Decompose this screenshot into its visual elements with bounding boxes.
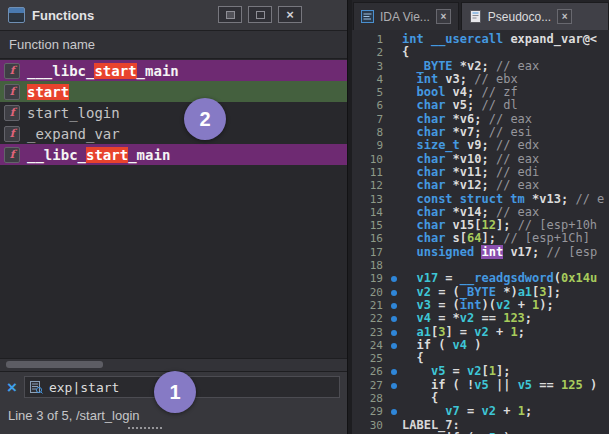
- address-dot-icon: [385, 405, 402, 418]
- code-line[interactable]: 29 v7 = v2 + 1;: [352, 405, 609, 418]
- dot-slot: [385, 419, 402, 432]
- line-number: 8: [352, 126, 385, 139]
- code-line[interactable]: 7 char *v6; // eax: [352, 113, 609, 126]
- function-row[interactable]: f___libc_start_main: [0, 60, 347, 81]
- function-icon: f: [4, 63, 20, 79]
- line-number: 28: [352, 392, 385, 405]
- line-number: 15: [352, 219, 385, 232]
- code-text: v7 = v2 + 1;: [402, 405, 532, 418]
- clear-filter-icon[interactable]: ×: [7, 379, 17, 396]
- dot-slot: [385, 352, 402, 365]
- horizontal-scrollbar[interactable]: [0, 358, 347, 371]
- code-text: v4 = *v2 == 123;: [402, 312, 532, 325]
- code-line[interactable]: 20 v2 = (_BYTE *)a1[3];: [352, 286, 609, 299]
- tab-label: IDA Vie...: [380, 10, 430, 24]
- function-name: _expand_var: [27, 126, 120, 142]
- window-minimize-button[interactable]: [218, 6, 242, 23]
- code-line[interactable]: 9 size_t v9; // edx: [352, 139, 609, 152]
- code-line[interactable]: 1int __usercall expand_var@<: [352, 33, 609, 46]
- code-line[interactable]: 3 _BYTE *v2; // eax: [352, 60, 609, 73]
- code-text: char *v7; // esi: [402, 126, 532, 139]
- code-line[interactable]: 27 if ( !v5 || v5 == 125 ): [352, 379, 609, 392]
- code-line[interactable]: 26 v5 = v2[1];: [352, 365, 609, 378]
- line-number: 13: [352, 193, 385, 206]
- address-dot-icon: [385, 272, 402, 285]
- line-number: 19: [352, 272, 385, 285]
- function-icon: f: [4, 147, 20, 163]
- window-close-button[interactable]: ×: [278, 6, 302, 23]
- function-row[interactable]: fstart: [0, 81, 347, 102]
- code-line[interactable]: 23 a1[3] = v2 + 1;: [352, 326, 609, 339]
- code-line[interactable]: 8 char *v7; // esi: [352, 126, 609, 139]
- line-number: 10: [352, 153, 385, 166]
- code-line[interactable]: 14 char *v14; // eax: [352, 206, 609, 219]
- function-list: f___libc_start_mainfstartfstart_loginf_e…: [0, 59, 347, 358]
- code-line[interactable]: 24 if ( v4 ): [352, 339, 609, 352]
- function-icon: f: [4, 126, 20, 142]
- code-line[interactable]: 19 v17 = __readgsdword(0x14u: [352, 272, 609, 285]
- code-line[interactable]: 25 {: [352, 352, 609, 365]
- dot-slot: [385, 46, 402, 59]
- tab-pseudocode[interactable]: Pseudoco... ×: [461, 2, 609, 30]
- line-number: 2: [352, 46, 385, 59]
- tab-close-icon[interactable]: ×: [436, 9, 451, 24]
- code-text: if ( !v5 || v5 == 125 ): [402, 379, 597, 392]
- line-number: 22: [352, 312, 385, 325]
- code-line[interactable]: 2{: [352, 46, 609, 59]
- line-number: 4: [352, 73, 385, 86]
- dot-slot: [385, 166, 402, 179]
- horizontal-scrollbar-thumb[interactable]: [6, 361, 103, 368]
- code-line[interactable]: 30LABEL_7:: [352, 419, 609, 432]
- function-row[interactable]: fstart_login: [0, 102, 347, 123]
- code-line[interactable]: 11 char *v11; // edi: [352, 166, 609, 179]
- window-maximize-button[interactable]: [248, 6, 272, 23]
- status-text: Line 3 of 5, /start_login: [8, 408, 140, 423]
- line-number: 17: [352, 246, 385, 259]
- truncation-dots: [128, 427, 162, 429]
- close-icon: ×: [286, 8, 294, 21]
- code-line[interactable]: 22 v4 = *v2 == 123;: [352, 312, 609, 325]
- dot-slot: [385, 60, 402, 73]
- functions-titlebar[interactable]: Functions ×: [0, 0, 347, 31]
- code-line[interactable]: 21 v3 = (int)(v2 + 1);: [352, 299, 609, 312]
- code-line[interactable]: 16 char s[64]; // [esp+1Ch]: [352, 232, 609, 245]
- code-text: v2 = (_BYTE *)a1[3];: [402, 286, 561, 299]
- address-dot-icon: [385, 286, 402, 299]
- code-text: char v5; // dl: [402, 99, 518, 112]
- code-line[interactable]: 13 const struct tm *v13; // e: [352, 193, 609, 206]
- code-line[interactable]: 18: [352, 259, 609, 272]
- code-line[interactable]: 5 bool v4; // zf: [352, 86, 609, 99]
- line-number: 16: [352, 232, 385, 245]
- dot-slot: [385, 139, 402, 152]
- dot-slot: [385, 179, 402, 192]
- dot-slot: [385, 86, 402, 99]
- code-line[interactable]: 12 char *v12; // eax: [352, 179, 609, 192]
- decompiler-panel: IDA Vie... × Pseudoco... × 1int __userca…: [352, 0, 609, 434]
- code-line[interactable]: 28 {: [352, 392, 609, 405]
- dot-slot: [385, 73, 402, 86]
- pseudocode-view[interactable]: 1int __usercall expand_var@<2{3 _BYTE *v…: [352, 30, 609, 434]
- minimize-icon: [226, 11, 235, 19]
- annotation-badge-step-2: 2: [184, 98, 226, 140]
- line-number: 18: [352, 259, 385, 272]
- line-number: 24: [352, 339, 385, 352]
- code-line[interactable]: 17 unsigned int v17; // [esp: [352, 246, 609, 259]
- function-row[interactable]: f__libc_start_main: [0, 144, 347, 165]
- code-line[interactable]: 10 char *v10; // eax: [352, 153, 609, 166]
- line-number: 30: [352, 419, 385, 432]
- address-dot-icon: [385, 299, 402, 312]
- tab-close-icon[interactable]: ×: [557, 9, 572, 24]
- column-header-function-name[interactable]: Function name: [0, 31, 347, 59]
- code-line[interactable]: 4 int v3; // ebx: [352, 73, 609, 86]
- code-line[interactable]: 6 char v5; // dl: [352, 99, 609, 112]
- code-text: v5 = v2[1];: [402, 365, 510, 378]
- line-number: 23: [352, 326, 385, 339]
- tab-ida-view[interactable]: IDA Vie... ×: [353, 2, 459, 30]
- line-number: 26: [352, 365, 385, 378]
- code-line[interactable]: 15 char v15[12]; // [esp+10h: [352, 219, 609, 232]
- dot-slot: [385, 153, 402, 166]
- code-text: _BYTE *v2; // eax: [402, 60, 539, 73]
- function-row[interactable]: f_expand_var: [0, 123, 347, 144]
- code-text: {: [402, 392, 438, 405]
- dot-slot: [385, 259, 402, 272]
